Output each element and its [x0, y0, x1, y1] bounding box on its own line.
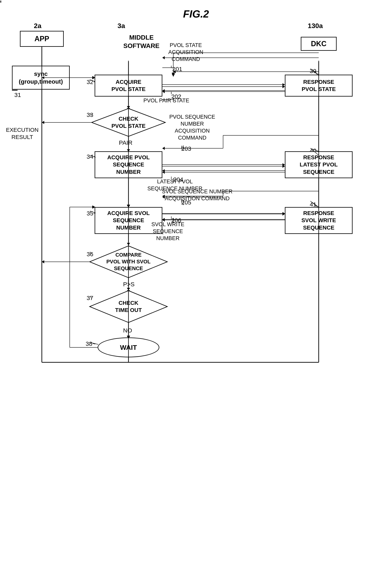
compare-pvol-svol-label: COMPAREPVOL WITH SVOLSEQUENCE: [97, 252, 160, 272]
svg-marker-112: [162, 218, 165, 221]
acquire-pvol-state-label: ACQUIREPVOL STATE: [111, 78, 145, 93]
app-box: APP: [20, 31, 64, 47]
response-latest-pvol-box: RESPONSELATEST PVOLSEQUENCE: [285, 151, 353, 178]
svol-write-seq-annotation: SVOL WRITESEQUENCENUMBER: [151, 221, 184, 242]
ref-204: 204: [173, 176, 183, 183]
svg-rect-43: [70, 207, 72, 347]
compare-pvol-svol-diamond: COMPAREPVOL WITH SVOLSEQUENCE: [89, 245, 168, 279]
svol-seq-acq-cmd-annotation: SVOL SEQUENCE NUMBERACQUISITION COMMAND: [155, 188, 239, 202]
middleware-box: MIDDLESOFTWARE: [116, 31, 167, 53]
no-label: NO: [123, 327, 132, 334]
svg-marker-10: [162, 90, 165, 93]
middleware-label: MIDDLESOFTWARE: [123, 34, 159, 50]
svg-marker-116: [42, 260, 44, 263]
svg-marker-100: [283, 163, 285, 166]
svg-marker-34: [42, 260, 44, 263]
p-gt-s-label: P>S: [123, 280, 135, 288]
sync-box: sync(group,timeout): [12, 66, 70, 90]
execution-result-label: EXECUTIONRESULT: [6, 126, 38, 141]
ref-38: 38~: [86, 340, 96, 347]
ref-41: 41: [310, 201, 316, 208]
svg-marker-42: [92, 205, 95, 209]
ref-31: 31: [14, 92, 21, 98]
check-timeout-diamond: CHECKTIME OUT: [89, 290, 168, 324]
diagram: FIG.2 2a 3a 130a APP MIDDLESOFTWARE DKC …: [0, 0, 392, 562]
svg-marker-14: [42, 121, 44, 124]
acquire-svol-seq-label: ACQUIRE SVOLSEQUENCENUMBER: [107, 210, 150, 231]
svg-marker-16: [162, 147, 165, 150]
check-pvol-state-diamond: CHECKPVOL STATE: [91, 107, 166, 137]
svg-marker-102: [162, 169, 165, 172]
response-latest-pvol-label: RESPONSELATEST PVOLSEQUENCE: [300, 154, 338, 176]
svg-marker-8: [283, 85, 285, 88]
wait-label: WAIT: [120, 343, 137, 352]
svg-marker-51: [162, 56, 165, 59]
acquire-pvol-seq-label: ACQUIRE PVOLSEQUENCENUMBER: [107, 154, 150, 176]
svg-marker-20: [283, 165, 285, 168]
ref-205: 205: [181, 199, 191, 206]
svg-marker-22: [162, 171, 165, 174]
check-timeout-label: CHECKTIME OUT: [97, 299, 160, 314]
response-svol-write-box: RESPONSESVOL WRITESEQUENCE: [285, 207, 353, 234]
svg-marker-92: [42, 121, 44, 124]
pvol-seq-acq-cmd-annotation: PVOL SEQUENCENUMBERACQUISITIONCOMMAND: [169, 114, 215, 141]
svg-marker-80: [172, 73, 175, 75]
col-app-ref: 2a: [34, 22, 41, 30]
svg-marker-24: [127, 205, 130, 207]
pvol-pair-state-annotation: PVOL PAIR STATE: [143, 97, 189, 104]
col-dkc-ref: 130a: [308, 22, 323, 30]
ref-202: 202: [171, 93, 181, 100]
response-pvol-state-label: RESPONSEPVOL STATE: [302, 78, 336, 93]
svg-marker-84: [162, 89, 165, 92]
svg-marker-82: [283, 83, 285, 86]
diagram-title: FIG.2: [183, 8, 209, 20]
ref-201: 201: [172, 66, 182, 72]
check-pvol-state-label: CHECKPVOL STATE: [98, 115, 159, 130]
dkc-box: DKC: [301, 37, 337, 51]
svg-marker-94: [162, 147, 165, 150]
ref-206: 206: [171, 217, 181, 224]
pvol-state-acq-cmd-annotation: PVOL STATEACQUISITIONCOMMAND: [168, 42, 203, 63]
col-middleware-ref: 3a: [118, 22, 125, 30]
svg-marker-110: [283, 212, 285, 215]
ref-203: 203: [181, 145, 191, 152]
svg-marker-4: [172, 74, 175, 77]
wait-oval: WAIT: [98, 338, 159, 357]
pair-label: PAIR: [119, 139, 132, 147]
response-pvol-state-box: RESPONSEPVOL STATE: [285, 75, 353, 96]
svg-marker-28: [283, 212, 285, 216]
acquire-pvol-state-box: ACQUIREPVOL STATE: [95, 75, 162, 96]
ref-39: 39: [310, 68, 316, 74]
sync-label: sync(group,timeout): [19, 70, 63, 85]
acquire-pvol-seq-box: ACQUIRE PVOLSEQUENCENUMBER: [95, 151, 162, 178]
response-svol-write-label: RESPONSESVOL WRITESEQUENCE: [301, 210, 336, 231]
